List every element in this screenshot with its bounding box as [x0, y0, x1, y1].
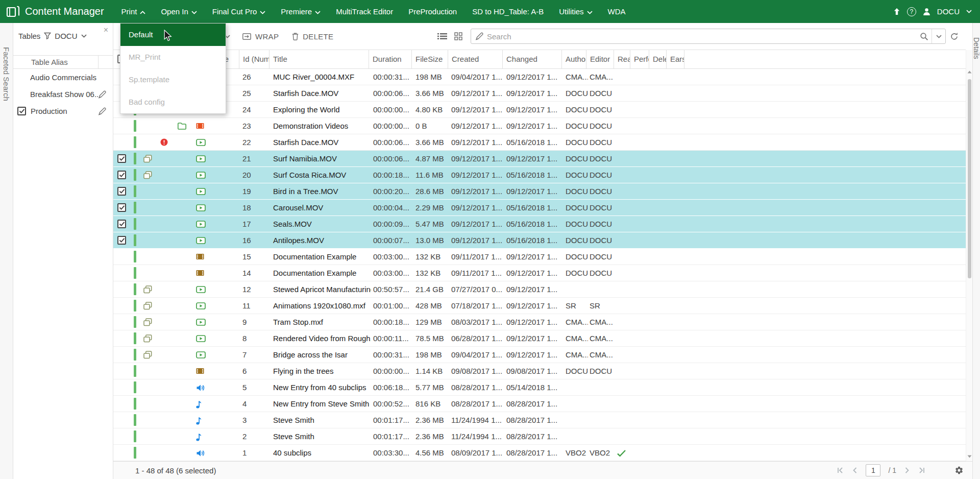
search-input[interactable] [484, 32, 920, 41]
last-page-button[interactable] [918, 467, 926, 474]
next-page-button[interactable] [904, 467, 910, 474]
search-options-chevron-icon[interactable] [932, 29, 945, 43]
grid-view-icon[interactable] [454, 32, 462, 40]
table-row[interactable]: 26MUC River_00004.MXF00:00:31...198 MB09… [113, 69, 966, 85]
table-row[interactable]: 5New Entry from 40 subclips00:06:18...5.… [113, 379, 966, 396]
table-row[interactable]: 19Bird in a Tree.MOV00:00:20...28.6 MB09… [113, 183, 966, 200]
table-row[interactable]: 22Starfish Dace.MOV00:00:06...3.66 MB09/… [113, 134, 966, 151]
column-header-changed[interactable]: Changed [502, 50, 561, 68]
list-view-icon[interactable] [437, 33, 447, 40]
column-header-author[interactable]: Author [561, 50, 586, 68]
table-row[interactable]: 3Steve Smith00:01:17...2.36 MB11/24/1994… [113, 412, 966, 428]
cell-filesize: 428 MB [415, 298, 449, 314]
table-row[interactable]: 2Steve Smith00:01:17...2.36 MB11/24/1994… [113, 428, 966, 445]
table-row[interactable]: 17Seals.MOV00:00:09...5.47 MB09/12/2017 … [113, 216, 966, 232]
user-menu-label[interactable]: DOCU [937, 7, 960, 16]
row-status-bar [134, 251, 136, 262]
table-row[interactable]: 18Carousel.MOV00:00:04...2.29 MB09/12/20… [113, 200, 966, 216]
menubar-item-wda[interactable]: WDA [608, 7, 626, 16]
table-row[interactable]: 23Demonstration Videos00:00:00...0 B09/1… [113, 118, 966, 134]
refresh-icon[interactable] [950, 32, 959, 41]
row-checkbox[interactable] [117, 187, 126, 196]
table-row[interactable]: 24Exploring the World00:00:00...4.80 KB0… [113, 102, 966, 118]
details-strip[interactable]: Details [972, 23, 980, 479]
cell-id: 22 [242, 134, 268, 150]
vertical-scrollbar[interactable] [966, 50, 972, 461]
menubar-item-final-cut-pro[interactable]: Final Cut Pro [212, 7, 266, 16]
column-header-ears[interactable]: Ears [666, 50, 684, 68]
column-header-id-numb[interactable]: Id (Numb [239, 50, 269, 68]
video-icon [196, 172, 206, 179]
details-label: Details [972, 37, 980, 59]
print-menu-item-default[interactable]: Default [120, 23, 226, 46]
column-header-delet[interactable]: Delet [649, 50, 666, 68]
page-number-input[interactable]: 1 [866, 464, 880, 476]
first-page-button[interactable] [836, 467, 844, 474]
menubar-item-sd-to-hd-table-a-b[interactable]: SD to HD_Table: A-B [472, 7, 544, 16]
scroll-down-arrow-icon[interactable] [967, 455, 972, 458]
search-icon[interactable] [920, 32, 928, 41]
pagination: 1 / 1 [836, 464, 926, 476]
sidebar-table-item-production[interactable]: Production [13, 103, 113, 119]
print-menu-item-mr-print[interactable]: MR_Print [120, 46, 226, 68]
prev-page-button[interactable] [852, 467, 858, 474]
menubar-item-utilities[interactable]: Utilities [559, 7, 592, 16]
column-header-created[interactable]: Created [448, 50, 502, 68]
column-header-duration[interactable]: Duration [369, 50, 411, 68]
settings-gear-icon[interactable] [954, 466, 964, 475]
sidebar-table-item-breakfast-show-06[interactable]: Breakfast Show 06... [13, 86, 113, 103]
row-checkbox[interactable] [117, 236, 126, 245]
cell-editor: DOCU [590, 200, 615, 215]
help-icon[interactable]: ? [907, 7, 916, 16]
column-header-read[interactable]: Read [614, 50, 630, 68]
column-header-editor[interactable]: Editor [586, 50, 614, 68]
table-row[interactable]: 11Animations 1920x1080.mxf00:01:00...428… [113, 298, 966, 314]
search-wand-icon[interactable] [475, 32, 484, 40]
row-checkbox[interactable] [117, 203, 126, 212]
menubar-item-multitrack-editor[interactable]: MultiTrack Editor [336, 7, 393, 16]
row-checkbox[interactable] [117, 154, 126, 163]
table-row[interactable]: 25Starfish Dace.MOV00:00:06...3.66 MB09/… [113, 85, 966, 102]
music-note-icon [196, 400, 202, 409]
menubar-item-open-in[interactable]: Open In [161, 7, 197, 16]
delete-button[interactable]: DELETE [292, 32, 333, 41]
tables-filter-value[interactable]: DOCU [55, 32, 77, 40]
column-header-title[interactable]: Title [269, 50, 369, 68]
table-row[interactable]: 6Flying in the trees00:00:00...1.14 KB09… [113, 363, 966, 379]
table-row[interactable]: 12Stewed Apricot Manufacturing00:50:57..… [113, 281, 966, 298]
close-icon[interactable]: × [104, 26, 108, 35]
menubar-item-print[interactable]: Print [121, 7, 146, 16]
row-checkbox[interactable] [117, 171, 126, 179]
menu-item-label: Premiere [281, 7, 312, 16]
column-header-perfe[interactable]: Perfe [630, 50, 649, 68]
menu-item-label: Print [121, 7, 137, 16]
table-row[interactable]: 7Bridge across the Isar00:00:31...198 MB… [113, 347, 966, 363]
column-header-filesize[interactable]: FileSize [411, 50, 448, 68]
scrollbar-thumb[interactable] [968, 79, 971, 278]
sidebar-table-item-audio-commercials[interactable]: Audio Commercials [13, 69, 113, 86]
print-menu-item-bad-config[interactable]: Bad config [120, 91, 226, 113]
menubar-item-premiere[interactable]: Premiere [281, 7, 321, 16]
table-row[interactable]: 9Tram Stop.mxf00:00:18...129 MB08/03/201… [113, 314, 966, 330]
row-checkbox[interactable] [117, 220, 126, 228]
faceted-search-strip[interactable]: Faceted Search [0, 23, 13, 479]
table-row[interactable]: 20Surf Costa Rica.MOV00:00:18...11.6 MB0… [113, 167, 966, 183]
table-row[interactable]: 15Documentation Example00:03:00...132 KB… [113, 249, 966, 265]
checkbox-checked[interactable] [17, 107, 26, 115]
chevron-down-icon[interactable] [966, 10, 972, 13]
export-up-arrow-icon[interactable] [893, 8, 900, 15]
table-row[interactable]: 8Rendered Video from Rough...00:00:11...… [113, 330, 966, 347]
table-row[interactable]: 4New Entry from Steve Smith00:00:52...81… [113, 396, 966, 412]
table-row[interactable]: 21Surf Namibia.MOV00:00:06...4.87 MB09/1… [113, 151, 966, 167]
cell-editor: DOCU [590, 265, 615, 281]
table-row[interactable]: 16Antilopes.MOV00:00:07...13.0 MB09/12/2… [113, 232, 966, 249]
chevron-down-icon[interactable] [81, 34, 87, 38]
table-row[interactable]: 14Documentation Example00:03:00...132 KB… [113, 265, 966, 281]
cell-editor: DOCU [590, 167, 615, 183]
menubar-item-preproduction[interactable]: PreProduction [408, 7, 457, 16]
wrap-button[interactable]: WRAP [242, 32, 279, 41]
print-menu-item-sp-template[interactable]: Sp.template [120, 68, 226, 91]
scroll-up-arrow-icon[interactable] [967, 70, 972, 74]
filter-funnel-icon[interactable] [44, 32, 51, 39]
table-row[interactable]: 140 subclips00:03:30...4.56 MB08/09/2017… [113, 445, 966, 461]
